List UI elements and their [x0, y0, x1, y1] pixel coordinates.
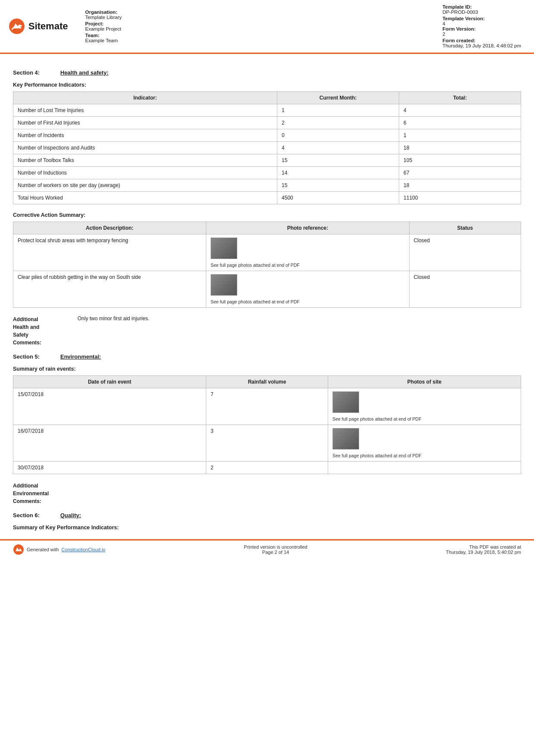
rain-cell-volume: 2	[206, 462, 328, 474]
additional-env-label: AdditionalEnvironmentalComments:	[13, 482, 69, 505]
kpi-cell-indicator: Number of Toolbox Talks	[13, 154, 277, 167]
additional-hs-value: Only two minor first aid injuries.	[78, 316, 149, 347]
footer-center: Printed version is uncontrolled Page 2 o…	[244, 544, 307, 555]
kpi-cell-current: 15	[277, 154, 399, 167]
kpi-row: Number of Inductions 14 67	[13, 167, 521, 179]
template-version-label: Template Version:	[442, 16, 521, 21]
rain-header-row: Date of rain event Rainfall volume Photo…	[13, 376, 521, 388]
corrective-header-row: Action Description: Photo reference: Sta…	[13, 222, 521, 234]
form-created-row: Form created: Thursday, 19 July 2018, 4:…	[442, 38, 521, 48]
template-id-row: Template ID: DP-PROD-0003	[442, 4, 521, 15]
kpi-cell-total: 18	[399, 142, 521, 154]
kpi-row: Number of Incidents 0 1	[13, 129, 521, 142]
kpi-row: Number of Toolbox Talks 15 105	[13, 154, 521, 167]
form-version-value: 2	[442, 31, 521, 37]
organisation-value: Template Library	[85, 15, 122, 20]
kpi-cell-indicator: Number of workers on site per day (avera…	[13, 179, 277, 192]
corrective-col-action: Action Description:	[13, 222, 206, 234]
rain-cell-date: 16/07/2018	[13, 425, 206, 462]
kpi-cell-total: 6	[399, 117, 521, 129]
corrective-cell-status: Closed	[409, 234, 521, 271]
photo-thumbnail	[211, 237, 237, 259]
photo-caption: See full page photos attached at end of …	[332, 453, 516, 458]
form-created-value: Thursday, 19 July 2018, 4:48:02 pm	[442, 43, 521, 48]
template-id-value: DP-PROD-0003	[442, 9, 521, 15]
page-footer: Generated with ConstructionCloud.io Prin…	[0, 539, 534, 559]
kpi-cell-current: 4500	[277, 192, 399, 204]
team-row: Team: Example Team	[85, 33, 122, 43]
page-content: Section 4: Health and safety: Key Perfor…	[0, 54, 534, 531]
kpi-col-total: Total:	[399, 92, 521, 104]
section4-title: Section 4: Health and safety:	[13, 69, 521, 76]
kpi-row: Number of workers on site per day (avera…	[13, 179, 521, 192]
rain-cell-photos	[328, 462, 521, 474]
kpi-header-row: Indicator: Current Month: Total:	[13, 92, 521, 104]
corrective-col-status: Status	[409, 222, 521, 234]
summary-kpi-heading: Summary of Key Performance Indicators:	[13, 525, 521, 531]
organisation-label: Organisation:	[85, 9, 122, 15]
additional-hs-block: AdditionalHealth andSafetyComments: Only…	[13, 316, 521, 347]
corrective-cell-action: Protect local shrub areas with temporary…	[13, 234, 206, 271]
section4-name: Health and safety:	[60, 69, 109, 76]
kpi-cell-total: 11100	[399, 192, 521, 204]
kpi-cell-current: 14	[277, 167, 399, 179]
project-label: Project:	[85, 21, 122, 26]
footer-page: Page 2 of 14	[244, 550, 307, 555]
form-created-label: Form created:	[442, 38, 521, 43]
kpi-row: Total Hours Worked 4500 11100	[13, 192, 521, 204]
rain-row: 30/07/2018 2	[13, 462, 521, 474]
section5-label: Section 5:	[13, 353, 52, 360]
footer-link[interactable]: ConstructionCloud.io	[62, 547, 106, 552]
kpi-heading: Key Performance Indicators:	[13, 82, 521, 88]
rain-cell-date: 15/07/2018	[13, 388, 206, 425]
kpi-cell-total: 1	[399, 129, 521, 142]
footer-sitemate-logo-icon	[13, 544, 24, 555]
photo-thumbnail	[332, 428, 359, 450]
corrective-table: Action Description: Photo reference: Sta…	[13, 222, 521, 308]
footer-pdf-created-value: Thursday, 19 July 2018, 5:40:02 pm	[446, 550, 521, 555]
kpi-cell-total: 67	[399, 167, 521, 179]
organisation-row: Organisation: Template Library	[85, 9, 122, 20]
team-value: Example Team	[85, 38, 122, 43]
kpi-row: Number of First Aid Injuries 2 6	[13, 117, 521, 129]
footer-generated-text: Generated with	[27, 547, 59, 552]
kpi-cell-current: 2	[277, 117, 399, 129]
kpi-row: Number of Inspections and Audits 4 18	[13, 142, 521, 154]
footer-logo-area: Generated with ConstructionCloud.io	[13, 544, 106, 555]
sitemate-logo-icon	[9, 18, 25, 34]
rain-row: 15/07/2018 7 See full page photos attach…	[13, 388, 521, 425]
template-id-label: Template ID:	[442, 4, 521, 9]
kpi-col-indicator: Indicator:	[13, 92, 277, 104]
rain-cell-date: 30/07/2018	[13, 462, 206, 474]
corrective-row: Clear piles of rubbish getting in the wa…	[13, 271, 521, 308]
photo-thumbnail	[211, 274, 237, 296]
section4-label: Section 4:	[13, 69, 52, 76]
kpi-cell-total: 4	[399, 104, 521, 117]
kpi-row: Number of Lost Time Injuries 1 4	[13, 104, 521, 117]
kpi-cell-indicator: Number of Inductions	[13, 167, 277, 179]
header-meta: Organisation: Template Library Project: …	[85, 4, 521, 48]
rain-col-date: Date of rain event	[13, 376, 206, 388]
rain-col-photos: Photos of site	[328, 376, 521, 388]
header-meta-right: Template ID: DP-PROD-0003 Template Versi…	[442, 4, 521, 48]
rain-row: 16/07/2018 3 See full page photos attach…	[13, 425, 521, 462]
kpi-cell-indicator: Number of Incidents	[13, 129, 277, 142]
kpi-table: Indicator: Current Month: Total: Number …	[13, 91, 521, 204]
corrective-row: Protect local shrub areas with temporary…	[13, 234, 521, 271]
template-version-row: Template Version: 4 Form Version: 2	[442, 16, 521, 37]
corrective-cell-photo: See full page photos attached at end of …	[206, 271, 410, 308]
kpi-cell-total: 18	[399, 179, 521, 192]
photo-caption: See full page photos attached at end of …	[332, 416, 516, 422]
footer-right: This PDF was created at Thursday, 19 Jul…	[446, 544, 521, 555]
additional-hs-label: AdditionalHealth andSafetyComments:	[13, 316, 69, 347]
rain-cell-photos: See full page photos attached at end of …	[328, 425, 521, 462]
team-label: Team:	[85, 33, 122, 38]
corrective-col-photo: Photo reference:	[206, 222, 410, 234]
section5-title: Section 5: Environmental:	[13, 353, 521, 360]
page-header: Sitemate Organisation: Template Library …	[0, 0, 534, 54]
photo-thumbnail	[332, 391, 359, 413]
kpi-col-current: Current Month:	[277, 92, 399, 104]
project-row: Project: Example Project	[85, 21, 122, 31]
footer-uncontrolled: Printed version is uncontrolled	[244, 544, 307, 550]
kpi-cell-indicator: Total Hours Worked	[13, 192, 277, 204]
